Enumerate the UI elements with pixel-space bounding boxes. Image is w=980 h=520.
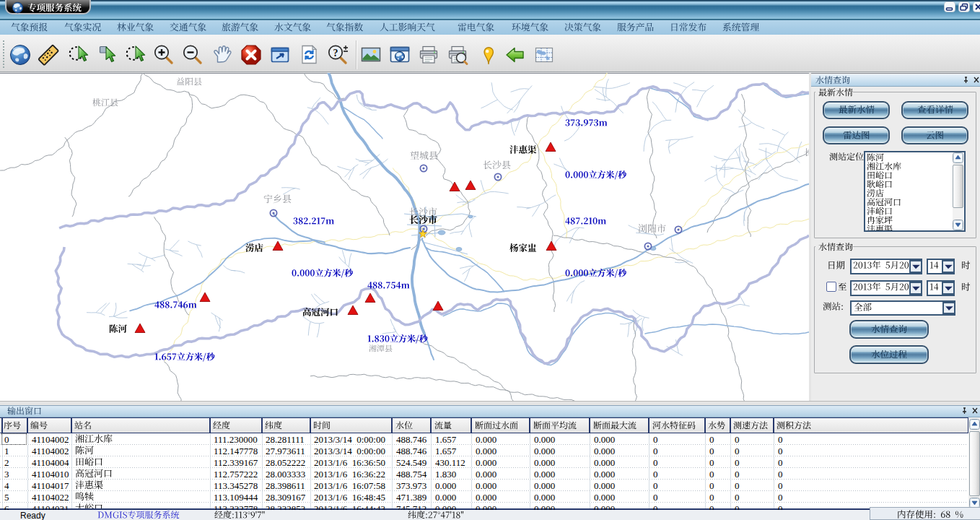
svg-text:?: ? [333, 48, 338, 58]
